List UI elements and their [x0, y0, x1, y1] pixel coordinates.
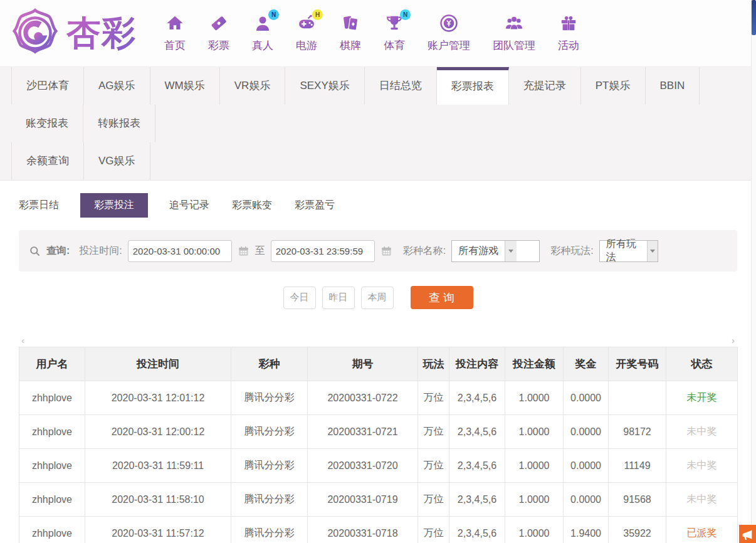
table-row: zhhplove 2020-03-31 11:57:12 腾讯分分彩 20200…	[19, 517, 738, 543]
lottery-subtabs: 彩票日结 彩票投注 追号记录 彩票账变 彩票盈亏	[0, 181, 756, 229]
cards-icon	[341, 14, 360, 33]
nav-badge-h: H	[312, 9, 323, 20]
nav-item-live[interactable]: N 真人	[252, 14, 273, 53]
this-week-button[interactable]: 本周	[361, 287, 394, 309]
promo-corner-button[interactable]	[739, 525, 756, 543]
query-button[interactable]: 查 询	[411, 286, 473, 309]
page-scrollbar[interactable]	[751, 0, 756, 543]
tab-deposit-withdraw[interactable]: 充提记录	[509, 67, 581, 105]
tab-transfer-report[interactable]: 转账报表	[83, 105, 155, 142]
search-icon	[29, 245, 41, 257]
status-badge: 未开奖	[666, 381, 738, 415]
subtab-lottery-profit-loss[interactable]: 彩票盈亏	[293, 193, 336, 218]
home-icon	[165, 14, 184, 33]
coin-icon	[439, 14, 458, 33]
col-content: 投注内容	[449, 347, 505, 381]
subtab-lottery-daily[interactable]: 彩票日结	[18, 193, 60, 218]
main-nav: 首页 彩票 N 真人 H 电游 棋牌	[164, 14, 579, 53]
ticket-icon	[209, 14, 228, 33]
col-status: 状态	[666, 347, 738, 381]
table-scroll-left-icon[interactable]: ‹	[21, 335, 24, 345]
play-type-select[interactable]: 所有玩法	[599, 240, 658, 262]
col-issue: 期号	[308, 347, 418, 381]
nav-item-sports[interactable]: N 体育	[384, 14, 405, 53]
nav-badge-n2: N	[400, 9, 411, 20]
table-row: zhhplove 2020-03-31 11:59:11 腾讯分分彩 20200…	[19, 449, 738, 483]
tab-shaba-sports[interactable]: 沙巴体育	[11, 67, 84, 105]
lottery-name-label: 彩种名称:	[403, 245, 446, 258]
table-header-row: 用户名 投注时间 彩种 期号 玩法 投注内容 投注金额 奖金 开奖号码 状态	[19, 347, 738, 381]
col-draw-numbers: 开奖号码	[609, 347, 666, 381]
nav-item-boardgames[interactable]: 棋牌	[340, 14, 361, 53]
nav-badge-n: N	[268, 9, 279, 20]
live-person-icon: N	[253, 14, 272, 33]
subtab-lottery-bets[interactable]: 彩票投注	[80, 193, 148, 218]
tab-balance-query[interactable]: 余额查询	[11, 142, 84, 180]
calendar-to-icon[interactable]	[381, 245, 392, 257]
gamepad-icon: H	[297, 14, 316, 33]
nav-item-activity[interactable]: 活动	[558, 14, 579, 53]
table-row: zhhplove 2020-03-31 11:58:10 腾讯分分彩 20200…	[19, 483, 738, 517]
nav-item-home[interactable]: 首页	[164, 14, 186, 53]
col-username: 用户名	[19, 347, 85, 381]
yesterday-button[interactable]: 昨日	[322, 287, 355, 309]
col-amount: 投注金额	[505, 347, 564, 381]
bets-table: 用户名 投注时间 彩种 期号 玩法 投注内容 投注金额 奖金 开奖号码 状态 z…	[19, 347, 738, 543]
table-row: zhhplove 2020-03-31 12:00:12 腾讯分分彩 20200…	[19, 415, 738, 449]
nav-item-egames[interactable]: H 电游	[296, 14, 317, 53]
tab-daily-summary[interactable]: 日结总览	[365, 67, 437, 105]
filter-bar: 查询: 投注时间: 至 彩种名称: 所有游戏 彩种玩法: 所有玩法	[19, 230, 737, 272]
col-prize: 奖金	[564, 347, 609, 381]
date-range-separator: 至	[255, 245, 265, 258]
scrollbar-thumb[interactable]	[752, 0, 756, 35]
tab-bbin[interactable]: BBIN	[646, 67, 700, 105]
bets-table-container: ‹ › 用户名 投注时间 彩种 期号 玩法 投注内容 投注金额 奖金 开奖号码 …	[19, 347, 737, 543]
tab-account-change[interactable]: 账变报表	[11, 105, 83, 142]
brand-logo[interactable]: 杏彩	[9, 7, 137, 60]
tab-pt[interactable]: PT娱乐	[581, 67, 646, 105]
brand-flower-icon	[9, 7, 61, 60]
col-lottery: 彩种	[231, 347, 308, 381]
table-row: zhhplove 2020-03-31 12:01:12 腾讯分分彩 20200…	[19, 381, 738, 415]
bet-time-label: 投注时间:	[79, 245, 122, 258]
status-badge: 未中奖	[666, 415, 738, 449]
nav-item-lottery[interactable]: 彩票	[208, 14, 229, 53]
calendar-from-icon[interactable]	[238, 245, 249, 257]
trophy-icon: N	[385, 14, 404, 33]
tab-wm[interactable]: WM娱乐	[150, 67, 220, 105]
table-scroll-right-icon[interactable]: ›	[732, 335, 735, 345]
col-play: 玩法	[418, 347, 449, 381]
tab-lottery-report[interactable]: 彩票报表	[437, 67, 509, 105]
subtab-lottery-account-change[interactable]: 彩票账变	[231, 193, 273, 218]
play-type-label: 彩种玩法:	[550, 245, 593, 258]
brand-name: 杏彩	[66, 11, 137, 56]
nav-item-account[interactable]: 账户管理	[428, 14, 470, 53]
header: 杏彩 首页 彩票 N 真人 H 电游	[0, 0, 756, 66]
status-badge: 未中奖	[666, 483, 738, 517]
status-badge: 未中奖	[666, 449, 738, 483]
today-button[interactable]: 今日	[283, 287, 316, 309]
lottery-name-select[interactable]: 所有游戏	[451, 240, 540, 262]
report-tabstrip: 沙巴体育 AG娱乐 WM娱乐 VR娱乐 SEXY娱乐 日结总览 彩票报表 充提记…	[0, 66, 751, 181]
megaphone-icon	[740, 528, 754, 542]
nav-item-team[interactable]: 团队管理	[493, 14, 535, 53]
search-label: 查询:	[46, 245, 70, 258]
chevron-down-icon	[505, 241, 517, 261]
tab-sexy[interactable]: SEXY娱乐	[285, 67, 364, 105]
gift-icon	[559, 14, 578, 33]
tab-vg[interactable]: VG娱乐	[84, 142, 150, 180]
quick-buttons-row: 今日 昨日 本周 查 询	[0, 286, 756, 309]
tab-ag[interactable]: AG娱乐	[84, 67, 150, 105]
team-icon	[505, 14, 523, 33]
date-to-input[interactable]	[271, 240, 375, 262]
subtab-chase-records[interactable]: 追号记录	[168, 193, 211, 218]
date-from-input[interactable]	[128, 240, 232, 262]
col-bet-time: 投注时间	[85, 347, 231, 381]
tab-vr[interactable]: VR娱乐	[220, 67, 286, 105]
chevron-down-icon	[647, 241, 658, 261]
status-badge: 已派奖	[666, 517, 738, 543]
